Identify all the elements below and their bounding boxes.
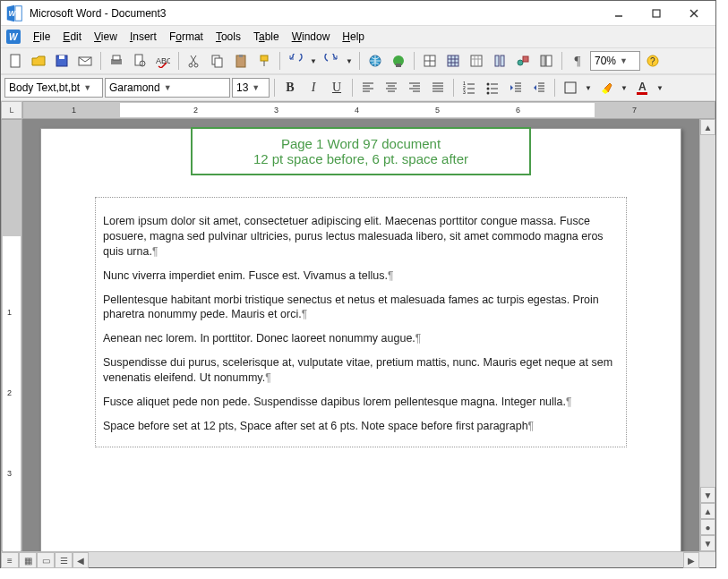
align-right-button[interactable]: [404, 77, 425, 98]
maximize-button[interactable]: [638, 4, 674, 23]
new-button[interactable]: [4, 50, 26, 72]
print-layout-view-button[interactable]: ▭: [37, 552, 55, 568]
svg-rect-31: [448, 55, 458, 66]
svg-text:?: ?: [650, 56, 655, 66]
web-toolbar-button[interactable]: [388, 50, 409, 72]
scroll-up-button[interactable]: ▲: [700, 119, 715, 135]
show-formatting-button[interactable]: ¶: [567, 50, 588, 72]
align-center-button[interactable]: [381, 77, 402, 98]
menu-table[interactable]: Table: [248, 29, 285, 45]
paragraph: Suspendisse dui purus, scelerisque at, v…: [103, 356, 612, 384]
hyperlink-button[interactable]: [364, 50, 386, 72]
open-button[interactable]: [28, 50, 49, 72]
underline-button[interactable]: U: [326, 77, 347, 98]
justify-button[interactable]: [427, 77, 449, 98]
pilcrow-icon: ¶: [302, 308, 307, 320]
help-button[interactable]: ?: [642, 50, 664, 72]
close-button[interactable]: [676, 4, 712, 23]
svg-text:ABC: ABC: [156, 56, 170, 65]
svg-point-72: [487, 92, 490, 95]
minimize-button[interactable]: [601, 4, 637, 23]
print-preview-button[interactable]: [129, 50, 150, 72]
font-color-button[interactable]: A: [631, 77, 653, 98]
svg-text:3: 3: [463, 89, 466, 95]
redo-button[interactable]: [321, 50, 342, 72]
align-left-button[interactable]: [357, 77, 379, 98]
web-view-button[interactable]: ▦: [19, 552, 37, 568]
borders-button[interactable]: [560, 77, 581, 98]
menu-help[interactable]: Help: [337, 29, 370, 45]
bold-button[interactable]: B: [279, 77, 301, 98]
svg-rect-44: [541, 55, 545, 66]
text-area[interactable]: Lorem ipsum dolor sit amet, consectetuer…: [95, 197, 627, 447]
menu-view[interactable]: View: [89, 29, 123, 45]
pilcrow-icon: ¶: [152, 245, 158, 258]
zoom-combo[interactable]: 70%▼: [590, 51, 640, 71]
scroll-left-button[interactable]: ◀: [73, 552, 89, 568]
document-map-button[interactable]: [535, 50, 557, 72]
menu-edit[interactable]: Edit: [57, 29, 87, 45]
borders-dropdown[interactable]: ▼: [583, 77, 594, 98]
undo-button[interactable]: [285, 50, 306, 72]
browse-object-button[interactable]: ●: [700, 519, 715, 535]
h-scroll-track[interactable]: [89, 552, 683, 567]
normal-view-button[interactable]: ≡: [1, 552, 19, 568]
scroll-right-button[interactable]: ▶: [683, 552, 699, 568]
menu-insert[interactable]: Insert: [124, 29, 162, 45]
font-size-combo[interactable]: 13▼: [232, 78, 270, 98]
page[interactable]: Page 1 Word 97 document 12 pt space befo…: [40, 128, 681, 551]
cut-button[interactable]: [184, 50, 205, 72]
style-value: Body Text,bt,bt: [9, 81, 80, 94]
next-page-button[interactable]: ▼: [700, 535, 715, 551]
copy-button[interactable]: [207, 50, 228, 72]
format-painter-button[interactable]: [253, 50, 275, 72]
outline-view-button[interactable]: ☰: [55, 552, 73, 568]
excel-button[interactable]: [466, 50, 487, 72]
mail-button[interactable]: [74, 50, 96, 72]
toolbar-formatting: Body Text,bt,bt▼ Garamond▼ 13▼ B I U 123…: [1, 74, 715, 101]
columns-button[interactable]: [489, 50, 510, 72]
bullet-list-button[interactable]: [482, 77, 503, 98]
style-combo[interactable]: Body Text,bt,bt▼: [4, 78, 103, 98]
annotation-box: Page 1 Word 97 document 12 pt space befo…: [191, 127, 531, 175]
pilcrow-icon: ¶: [388, 269, 393, 282]
font-color-dropdown[interactable]: ▼: [655, 77, 665, 98]
tables-button[interactable]: [419, 50, 441, 72]
horizontal-ruler[interactable]: 1 2 3 4 5 6 7: [22, 101, 715, 119]
horizontal-scrollbar-row: ≡ ▦ ▭ ☰ ◀ ▶: [1, 551, 715, 567]
drawing-button[interactable]: [512, 50, 534, 72]
font-combo[interactable]: Garamond▼: [105, 78, 230, 98]
numbered-list-button[interactable]: 123: [458, 77, 480, 98]
spellcheck-button[interactable]: ABC: [152, 50, 174, 72]
scroll-down-button[interactable]: ▼: [700, 487, 715, 503]
menu-tools[interactable]: Tools: [210, 29, 246, 45]
svg-rect-23: [261, 55, 268, 61]
vertical-ruler[interactable]: 1 2 3: [1, 119, 22, 551]
paste-button[interactable]: [230, 50, 252, 72]
print-button[interactable]: [106, 50, 127, 72]
vertical-scrollbar[interactable]: ▲ ▼ ▲ ● ▼: [699, 119, 715, 551]
save-button[interactable]: [51, 50, 73, 72]
increase-indent-button[interactable]: [528, 77, 550, 98]
svg-rect-41: [501, 55, 504, 66]
svg-rect-27: [396, 64, 401, 67]
italic-button[interactable]: I: [303, 77, 324, 98]
menu-window[interactable]: Window: [287, 29, 336, 45]
ruler-corner: L: [1, 101, 22, 119]
prev-page-button[interactable]: ▲: [700, 503, 715, 519]
document-canvas[interactable]: Page 1 Word 97 document 12 pt space befo…: [22, 119, 699, 551]
menu-app-icon[interactable]: W: [4, 28, 22, 46]
svg-rect-14: [135, 55, 142, 65]
highlight-button[interactable]: [595, 77, 617, 98]
decrease-indent-button[interactable]: [505, 77, 527, 98]
menu-format[interactable]: Format: [164, 29, 209, 45]
svg-rect-86: [637, 92, 647, 95]
redo-dropdown[interactable]: ▼: [344, 50, 355, 72]
menu-file[interactable]: File: [28, 29, 56, 45]
svg-text:W: W: [9, 32, 19, 42]
chevron-down-icon: ▼: [252, 83, 260, 92]
pilcrow-icon: ¶: [528, 420, 534, 432]
undo-dropdown[interactable]: ▼: [308, 50, 319, 72]
insert-table-button[interactable]: [442, 50, 464, 72]
highlight-dropdown[interactable]: ▼: [619, 77, 630, 98]
